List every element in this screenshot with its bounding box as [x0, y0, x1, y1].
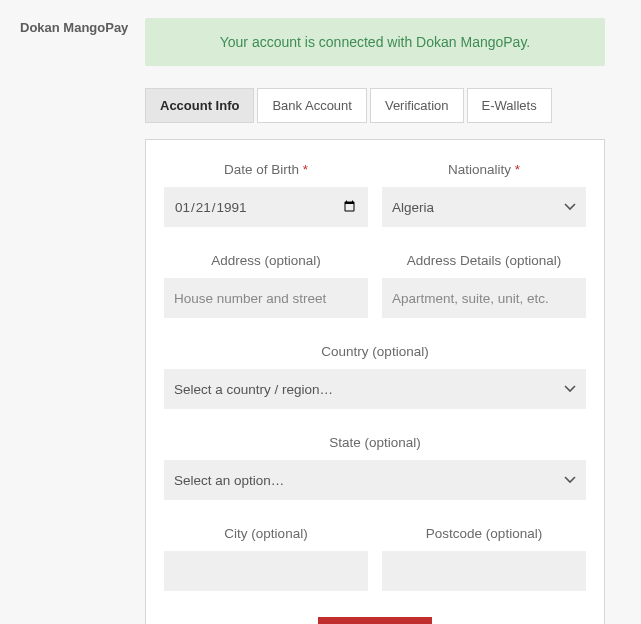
city-label: City (optional) — [164, 526, 368, 541]
nationality-select[interactable]: Algeria — [382, 187, 586, 227]
dob-label-text: Date of Birth — [224, 162, 299, 177]
tabs: Account Info Bank Account Verification E… — [145, 88, 605, 123]
disconnect-button[interactable]: Disconnect — [318, 617, 432, 624]
city-input[interactable] — [164, 551, 368, 591]
country-select[interactable]: Select a country / region… — [164, 369, 586, 409]
tab-verification[interactable]: Verification — [370, 88, 464, 123]
tab-account-info[interactable]: Account Info — [145, 88, 254, 123]
dob-input[interactable] — [164, 187, 368, 227]
nationality-label-text: Nationality — [448, 162, 511, 177]
required-mark: * — [515, 162, 520, 177]
required-mark: * — [303, 162, 308, 177]
page-title: Dokan MangoPay — [20, 18, 145, 35]
tab-ewallets[interactable]: E-Wallets — [467, 88, 552, 123]
state-label: State (optional) — [164, 435, 586, 450]
country-label: Country (optional) — [164, 344, 586, 359]
nationality-label: Nationality * — [382, 162, 586, 177]
postcode-input[interactable] — [382, 551, 586, 591]
state-select[interactable]: Select an option… — [164, 460, 586, 500]
dob-label: Date of Birth * — [164, 162, 368, 177]
tab-bank-account[interactable]: Bank Account — [257, 88, 367, 123]
connection-alert: Your account is connected with Dokan Man… — [145, 18, 605, 66]
address-details-label: Address Details (optional) — [382, 253, 586, 268]
postcode-label: Postcode (optional) — [382, 526, 586, 541]
address-label: Address (optional) — [164, 253, 368, 268]
account-info-form: Date of Birth * Nationality * Algeria — [145, 139, 605, 624]
address-details-input[interactable] — [382, 278, 586, 318]
address-input[interactable] — [164, 278, 368, 318]
